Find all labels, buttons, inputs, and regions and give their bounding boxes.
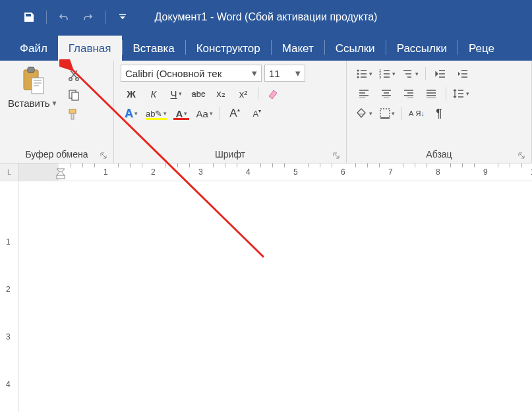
svg-point-12 [357, 76, 359, 78]
sort-button[interactable]: А Я↓ [406, 105, 427, 121]
document-page[interactable] [19, 181, 532, 412]
cut-button[interactable] [66, 67, 82, 83]
paste-button[interactable]: Вставить▼ [4, 63, 62, 111]
align-center-button[interactable] [376, 86, 397, 102]
save-button[interactable] [20, 8, 38, 26]
svg-text:3: 3 [379, 75, 382, 79]
chevron-down-icon: ▾ [392, 71, 396, 77]
svg-rect-7 [72, 92, 78, 100]
highlight-button[interactable]: ab✎▾ [143, 105, 169, 121]
line-spacing-button[interactable]: ▾ [450, 86, 472, 102]
font-size-combo[interactable]: 11▾ [264, 65, 305, 82]
paste-label: Вставить [8, 98, 50, 109]
svg-rect-2 [28, 67, 34, 73]
copy-button[interactable] [66, 87, 82, 103]
chevron-down-icon: ▾ [163, 110, 167, 117]
group-paragraph: ▾ 123▾ ▾ ▾ ▾ ▾ А Я↓ ¶ [347, 61, 532, 163]
qat-separator [46, 11, 47, 24]
tab-design[interactable]: Конструктор [186, 36, 271, 61]
ruler-corner[interactable]: L [0, 163, 19, 181]
group-font: Calibri (Основной тек▾ 11▾ Ж К Ч▾ abc x₂… [114, 61, 347, 163]
para-launcher[interactable] [517, 151, 526, 160]
chevron-down-icon: ▾ [210, 110, 213, 117]
svg-point-10 [357, 70, 359, 72]
bold-button[interactable]: Ж [121, 86, 142, 102]
svg-rect-8 [69, 109, 76, 113]
ribbon: Вставить▼ Буфер обмена Calibri (Основной… [0, 61, 532, 163]
svg-point-11 [357, 73, 359, 75]
superscript-button[interactable]: x² [233, 86, 254, 102]
font-color-button[interactable]: A▾ [171, 105, 192, 121]
align-right-button[interactable] [398, 86, 419, 102]
svg-rect-16 [380, 109, 390, 118]
chevron-down-icon: ▾ [252, 67, 257, 79]
numbering-button[interactable]: 123▾ [376, 66, 398, 82]
shrink-font-button[interactable]: A▾ [247, 105, 268, 121]
ruler-vertical[interactable]: 1234 [0, 181, 19, 412]
tab-references[interactable]: Ссылки [325, 36, 386, 61]
chevron-down-icon: ▾ [369, 110, 372, 117]
ribbon-tabs: Файл Главная Вставка Конструктор Макет С… [0, 34, 532, 61]
chevron-down-icon: ▾ [369, 71, 372, 77]
quick-access-toolbar [0, 8, 132, 26]
bullets-button[interactable]: ▾ [353, 66, 375, 82]
indent-marker-icon[interactable] [56, 163, 65, 181]
svg-rect-17 [57, 175, 65, 179]
undo-button[interactable] [55, 8, 73, 26]
svg-point-4 [69, 78, 71, 80]
italic-button[interactable]: К [143, 86, 164, 102]
tab-review[interactable]: Реце [458, 36, 505, 61]
clear-format-button[interactable] [262, 86, 283, 102]
svg-rect-0 [119, 14, 126, 15]
text-effects-button[interactable]: A▾ [121, 105, 142, 121]
grow-font-button[interactable]: A▴ [224, 105, 245, 121]
show-marks-button[interactable]: ¶ [429, 105, 450, 121]
clipboard-launcher[interactable] [99, 151, 108, 160]
chevron-down-icon: ▾ [466, 90, 469, 97]
tab-layout[interactable]: Макет [272, 36, 324, 61]
group-clipboard: Вставить▼ Буфер обмена [0, 61, 114, 163]
svg-rect-9 [71, 113, 74, 119]
strike-button[interactable]: abc [188, 86, 209, 102]
shading-button[interactable]: ▾ [353, 105, 375, 121]
svg-point-5 [75, 78, 78, 80]
change-case-button[interactable]: Aa▾ [193, 105, 215, 121]
chevron-down-icon: ▾ [392, 110, 395, 117]
font-launcher[interactable] [332, 151, 341, 160]
subscript-button[interactable]: x₂ [210, 86, 231, 102]
tab-mailings[interactable]: Рассылки [386, 36, 458, 61]
group-font-label: Шрифт [215, 149, 245, 160]
group-clipboard-label: Буфер обмена [25, 149, 88, 160]
chevron-down-icon: ▾ [184, 110, 187, 117]
document-area: 1234 [0, 181, 532, 412]
justify-button[interactable] [421, 86, 442, 102]
qat-customize-button[interactable] [113, 8, 132, 26]
borders-button[interactable]: ▾ [376, 105, 398, 121]
window-title: Документ1 - Word (Сбой активации продукт… [155, 11, 378, 23]
tab-file[interactable]: Файл [9, 36, 58, 61]
decrease-indent-button[interactable] [430, 66, 451, 82]
align-left-button[interactable] [353, 86, 374, 102]
increase-indent-button[interactable] [452, 66, 473, 82]
redo-button[interactable] [78, 8, 97, 26]
multilevel-button[interactable]: ▾ [399, 66, 421, 82]
font-name-combo[interactable]: Calibri (Основной тек▾ [121, 65, 262, 82]
chevron-down-icon: ▾ [179, 90, 182, 97]
tab-home[interactable]: Главная [58, 36, 122, 61]
qat-separator [105, 11, 105, 24]
ruler-horizontal[interactable]: L 12345678910 [0, 163, 532, 181]
tab-insert[interactable]: Вставка [123, 36, 185, 61]
format-painter-button[interactable] [66, 107, 82, 123]
chevron-down-icon: ▼ [51, 100, 58, 107]
underline-button[interactable]: Ч▾ [165, 86, 187, 102]
group-para-label: Абзац [426, 149, 452, 160]
chevron-down-icon: ▾ [295, 67, 301, 79]
chevron-down-icon: ▾ [134, 110, 138, 117]
title-bar: Документ1 - Word (Сбой активации продукт… [0, 0, 532, 34]
chevron-down-icon: ▾ [415, 71, 419, 77]
